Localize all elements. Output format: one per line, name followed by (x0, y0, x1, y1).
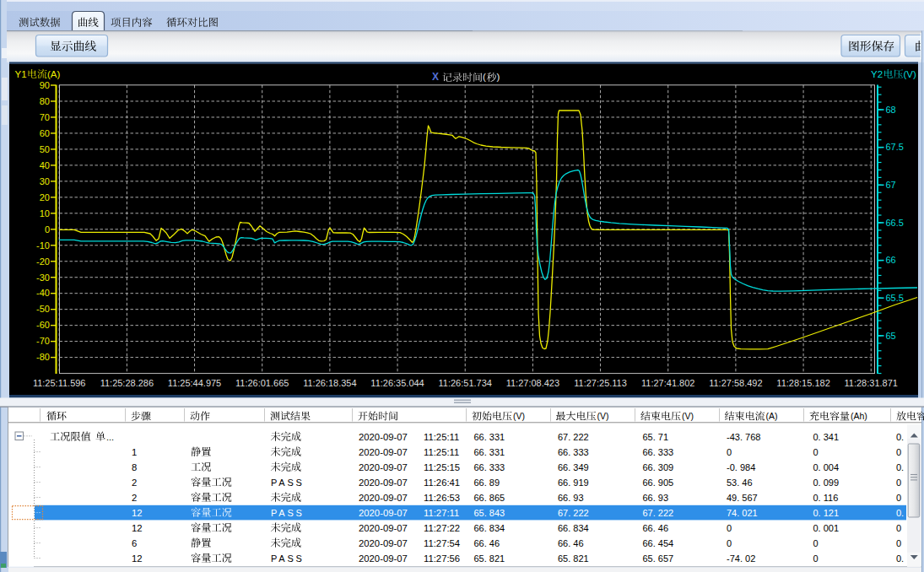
svg-text:67. 222: 67. 222 (558, 432, 589, 442)
svg-text:2020-09-07: 2020-09-07 (359, 523, 408, 533)
svg-text:49. 567: 49. 567 (727, 493, 758, 503)
svg-text:2020-09-07: 2020-09-07 (359, 493, 408, 503)
svg-text:(: ( (483, 72, 486, 82)
svg-text:66. 309: 66. 309 (643, 462, 674, 472)
svg-text:66. 93: 66. 93 (643, 493, 669, 503)
svg-text:2020-09-07: 2020-09-07 (359, 553, 408, 564)
svg-text:-50: -50 (36, 304, 50, 314)
svg-text:2020-09-07: 2020-09-07 (359, 478, 408, 488)
svg-text:50: 50 (40, 144, 50, 154)
svg-text:80: 80 (40, 96, 50, 106)
svg-text:0: 0 (896, 478, 901, 488)
svg-text:(A): (A) (47, 69, 61, 79)
svg-text:66. 834: 66. 834 (474, 523, 505, 533)
svg-text:0.: 0. (896, 432, 904, 442)
svg-text:PASS: PASS (271, 553, 305, 564)
svg-text:0. 341: 0. 341 (813, 432, 840, 442)
svg-text:0: 0 (896, 538, 901, 548)
svg-text:2: 2 (132, 478, 137, 488)
svg-text:2020-09-07: 2020-09-07 (359, 447, 408, 457)
svg-text:2020-09-07: 2020-09-07 (359, 508, 408, 518)
svg-text:66. 46: 66. 46 (558, 538, 584, 548)
svg-text:66. 454: 66. 454 (643, 538, 674, 548)
svg-text:11:27:08.423: 11:27:08.423 (506, 378, 559, 388)
svg-text:65.5: 65.5 (886, 293, 904, 303)
svg-text:66. 46: 66. 46 (643, 523, 669, 533)
svg-text:(V): (V) (513, 411, 525, 421)
svg-text:66. 333: 66. 333 (558, 447, 589, 457)
svg-text:20: 20 (40, 192, 50, 202)
svg-text:2: 2 (132, 493, 137, 503)
svg-text:Y1: Y1 (15, 69, 27, 79)
svg-text:11:25:44.975: 11:25:44.975 (168, 378, 221, 388)
svg-text:90: 90 (40, 80, 50, 90)
svg-text:PASS: PASS (271, 508, 305, 518)
svg-text:0.: 0. (896, 508, 904, 518)
svg-text:2020-09-07: 2020-09-07 (359, 432, 408, 442)
svg-text:11:26:41: 11:26:41 (424, 478, 460, 488)
svg-text:-0. 984: -0. 984 (727, 462, 755, 472)
svg-text:11:27:41.802: 11:27:41.802 (641, 378, 694, 388)
svg-text:-10: -10 (36, 240, 50, 251)
svg-text:66. 349: 66. 349 (558, 462, 589, 472)
svg-text:66. 93: 66. 93 (558, 493, 584, 503)
svg-text:53. 46: 53. 46 (727, 478, 753, 488)
svg-text:6: 6 (132, 538, 137, 548)
svg-text:67: 67 (886, 180, 896, 190)
svg-text:0.: 0. (896, 553, 904, 564)
svg-text:65. 657: 65. 657 (643, 553, 674, 564)
svg-text:0: 0 (727, 447, 732, 457)
svg-text:11:26:53: 11:26:53 (424, 493, 460, 503)
svg-text:65: 65 (886, 331, 896, 341)
svg-text:11:27:56: 11:27:56 (424, 553, 460, 564)
svg-text:-74. 02: -74. 02 (727, 553, 755, 564)
svg-text:11:26:51.734: 11:26:51.734 (439, 378, 492, 388)
svg-text:11:25:15: 11:25:15 (424, 462, 460, 472)
svg-text:(V): (V) (904, 69, 917, 79)
svg-text:-80: -80 (36, 352, 50, 362)
svg-text:74. 021: 74. 021 (727, 508, 758, 518)
svg-text:0: 0 (813, 538, 819, 548)
svg-text:11:25:28.286: 11:25:28.286 (100, 378, 154, 388)
svg-text:65. 821: 65. 821 (558, 553, 589, 564)
svg-text:12: 12 (132, 553, 143, 564)
svg-text:(V): (V) (682, 411, 694, 421)
svg-text:-40: -40 (36, 288, 50, 298)
svg-text:11:25:11: 11:25:11 (424, 432, 459, 442)
svg-text:66. 333: 66. 333 (474, 462, 505, 472)
svg-text:0: 0 (896, 447, 901, 457)
svg-text:11:25:11: 11:25:11 (424, 447, 459, 457)
svg-text:11:26:35.044: 11:26:35.044 (370, 378, 424, 388)
svg-text:11:28:15.182: 11:28:15.182 (776, 378, 829, 388)
svg-text:12: 12 (132, 508, 143, 518)
svg-text:Y2: Y2 (871, 69, 883, 79)
svg-text:30: 30 (40, 176, 50, 186)
svg-text:11:26:18.354: 11:26:18.354 (303, 378, 356, 388)
svg-text:8: 8 (132, 462, 137, 472)
svg-text:0. 001: 0. 001 (813, 523, 840, 533)
svg-text:2020-09-07: 2020-09-07 (359, 538, 408, 548)
svg-text:66: 66 (886, 255, 896, 265)
svg-text:11:27:25.113: 11:27:25.113 (574, 378, 627, 388)
svg-text:66. 865: 66. 865 (474, 493, 505, 503)
svg-text:66. 46: 66. 46 (474, 538, 500, 548)
svg-text:0. 116: 0. 116 (813, 493, 839, 503)
svg-text:11:27:58.492: 11:27:58.492 (709, 378, 762, 388)
svg-text:0: 0 (45, 224, 50, 235)
svg-text:65. 843: 65. 843 (474, 508, 505, 518)
svg-text:11:27:22: 11:27:22 (424, 523, 460, 533)
svg-text:0. 099: 0. 099 (813, 478, 840, 488)
svg-text:2020-09-07: 2020-09-07 (359, 462, 408, 472)
svg-text:-20: -20 (36, 256, 50, 267)
svg-text:...: ... (106, 432, 114, 442)
svg-text:-43. 768: -43. 768 (727, 432, 760, 442)
svg-text:67.5: 67.5 (886, 142, 904, 152)
svg-text:11:27:54: 11:27:54 (424, 538, 460, 548)
svg-text:65. 71: 65. 71 (643, 432, 669, 442)
svg-text:66. 905: 66. 905 (643, 478, 674, 488)
svg-text:0: 0 (727, 523, 732, 533)
svg-text:66. 333: 66. 333 (643, 447, 674, 457)
svg-text:11:28:31.871: 11:28:31.871 (845, 378, 898, 388)
svg-text:11:26:01.665: 11:26:01.665 (235, 378, 289, 388)
svg-text:PASS: PASS (271, 478, 305, 488)
